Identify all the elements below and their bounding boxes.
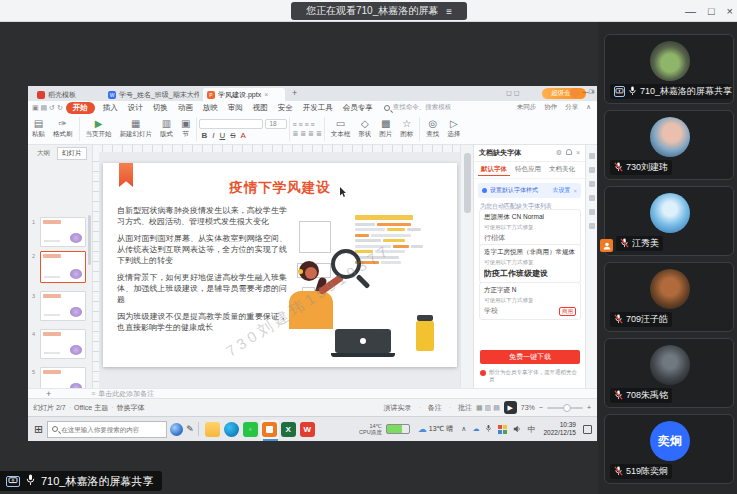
format-painter-button[interactable]: ✑格式刷 <box>49 119 77 139</box>
comments-toggle[interactable]: 批注 <box>458 403 472 413</box>
banner-menu-icon[interactable]: ≡ <box>446 6 452 17</box>
menu-member[interactable]: 会员专享 <box>338 103 378 113</box>
participant-tile[interactable]: 710_林嘉洛的屏幕共享 <box>604 34 734 104</box>
banner-close-icon[interactable]: × <box>573 188 577 194</box>
doc-tab-active[interactable]: P 学风建设.pptx × <box>203 88 285 101</box>
picture-button[interactable]: ▩图片 <box>375 119 396 139</box>
shape-button[interactable]: ◇形状 <box>354 119 375 139</box>
menu-animation[interactable]: 动画 <box>173 103 198 113</box>
menu-slideshow[interactable]: 放映 <box>198 103 223 113</box>
active-app-meeting[interactable] <box>260 420 279 439</box>
collaborate-button[interactable]: 协作 <box>544 103 557 112</box>
slide-thumbnail[interactable] <box>40 329 86 359</box>
paragraph-list-icons[interactable]: ≣ ≣ ≣ ≣ <box>292 130 321 138</box>
collapse-ribbon-icon[interactable]: ∧ <box>586 103 591 112</box>
pane-tab-default-font[interactable]: 默认字体 <box>478 164 510 176</box>
quick-access-icons[interactable]: ▣ ▤ ↺ ↻ <box>32 104 63 112</box>
underline-button[interactable]: U <box>217 131 227 140</box>
sync-status-button[interactable]: 未同步 <box>517 103 537 112</box>
menu-home[interactable]: 开始 <box>66 102 95 114</box>
rec-button[interactable]: 演讲实录 <box>383 403 411 413</box>
menu-view[interactable]: 视图 <box>248 103 273 113</box>
new-tab-button[interactable]: + <box>292 88 297 98</box>
cloud-sync-icon[interactable]: ☁ <box>472 425 479 433</box>
pane-tab-beautify[interactable]: 文档美化 <box>546 164 578 176</box>
notes-bar[interactable]: + ≡ 单击此处添加备注 <box>28 388 597 398</box>
bell-icon[interactable] <box>566 149 572 155</box>
wechat-icon[interactable]: ◦ <box>243 422 258 437</box>
window-layout-icons[interactable]: ◻ ◻ <box>506 89 520 97</box>
ime-indicator[interactable]: 中 <box>527 424 535 435</box>
participant-tile[interactable]: 709汪子皓 <box>604 262 734 332</box>
wps-close-button[interactable]: × <box>591 88 595 95</box>
excel-icon[interactable]: X <box>281 422 296 437</box>
participant-tile[interactable]: 江秀美 <box>604 186 734 256</box>
missing-font-card[interactable]: 方正字迹 N 可使用以下方式修复 学校 商用 <box>479 282 581 320</box>
pen-app-icon[interactable]: ✎ <box>186 424 194 434</box>
italic-button[interactable]: I <box>210 131 216 140</box>
taskbar-search[interactable] <box>47 421 167 438</box>
play-slideshow-button[interactable]: ▶ <box>504 401 517 414</box>
slide-thumbnail[interactable] <box>40 291 86 321</box>
missing-font-card[interactable]: 造字工房悦黑（非商用）常规体 可使用以下方式修复 防疫工作班级建设 <box>479 244 581 283</box>
thumbnail-scrollbar[interactable] <box>88 215 91 265</box>
gear-icon[interactable]: ⚙ <box>556 149 562 157</box>
zoom-in-button[interactable]: + <box>587 404 591 411</box>
participant-tile[interactable]: 708朱禹铭 <box>604 338 734 408</box>
theme-name[interactable]: Office 主题 <box>74 403 108 413</box>
download-fonts-button[interactable]: 免费一键下载 <box>480 350 580 364</box>
play-from-current-button[interactable]: ▶当页开始 <box>82 119 116 139</box>
slide[interactable]: 疫情下学风建设 自新型冠状病毒肺炎疫情发生以来，高校学生学习方式、校园活动、管理… <box>103 163 457 367</box>
share-button[interactable]: 分享 <box>565 103 578 112</box>
add-slide-button[interactable]: + <box>46 389 51 399</box>
canvas-scrollbar[interactable] <box>460 145 473 388</box>
font-size-select[interactable]: 18 <box>265 119 287 129</box>
user-avatar[interactable] <box>570 88 580 98</box>
tab-outline[interactable]: 大纲 <box>32 147 55 160</box>
replace-font-button[interactable]: 替换字体 <box>116 403 144 413</box>
notification-center-icon[interactable] <box>583 425 592 434</box>
notes-placeholder[interactable]: 单击此处添加备注 <box>98 389 154 399</box>
menu-review[interactable]: 审阅 <box>223 103 248 113</box>
volume-icon[interactable] <box>513 425 521 434</box>
tray-mic-icon[interactable] <box>485 424 492 434</box>
color-grid-icon[interactable] <box>498 425 507 434</box>
tab-close-icon[interactable]: × <box>264 91 268 98</box>
bold-button[interactable]: B <box>199 131 209 140</box>
taskview-icon[interactable] <box>170 423 183 436</box>
maximize-button[interactable]: □ <box>708 5 715 17</box>
notes-toggle[interactable]: 备注 <box>428 403 442 413</box>
paste-button[interactable]: ▤粘贴 <box>28 119 49 139</box>
textbox-button[interactable]: ▭文本框 <box>327 119 355 139</box>
doc-tab-docer[interactable]: 稻壳模板 <box>33 88 99 101</box>
missing-font-card[interactable]: 思源黑体 CN Normal 可使用以下方式修复 行楷体 <box>479 209 581 247</box>
wps-icon[interactable]: W <box>300 422 315 437</box>
pane-close-icon[interactable]: × <box>576 149 580 157</box>
find-button[interactable]: ◎查找 <box>422 119 443 139</box>
command-search[interactable]: 查找命令、搜索模板 <box>384 103 452 112</box>
paragraph-align-icons[interactable]: ≡ ≡ ≡ ≡ <box>292 121 321 128</box>
participant-tile[interactable]: 730刘建玮 <box>604 110 734 180</box>
slide-thumbnail-selected[interactable] <box>40 251 86 283</box>
font-color-button[interactable]: A <box>239 131 248 140</box>
menu-transition[interactable]: 切换 <box>148 103 173 113</box>
weather-text[interactable]: 13℃ 晴 <box>429 424 454 434</box>
strikethrough-button[interactable]: S <box>228 131 237 140</box>
participant-tile[interactable]: 奕炯 519陈奕炯 <box>604 414 734 484</box>
view-mode-icons[interactable]: ▦ ▥ ▤ <box>476 404 500 412</box>
menu-design[interactable]: 设计 <box>123 103 148 113</box>
new-slide-button[interactable]: ▦新建幻灯片 <box>116 119 157 139</box>
minimize-button[interactable]: — <box>685 5 696 17</box>
pane-tab-featured[interactable]: 特色应用 <box>512 164 544 176</box>
taskbar-search-input[interactable] <box>61 426 161 433</box>
font-family-select[interactable] <box>199 119 263 129</box>
zoom-slider[interactable] <box>547 407 583 409</box>
sidebar-icon-strip[interactable] <box>585 145 597 388</box>
section-button[interactable]: ▣节 <box>177 119 194 139</box>
start-button[interactable]: ⊞ <box>34 423 43 436</box>
taskbar-clock[interactable]: 10:392022/12/15 <box>543 421 576 437</box>
edge-browser-icon[interactable] <box>224 422 239 437</box>
banner-action-link[interactable]: 去设置 <box>552 186 570 195</box>
doc-tab-homework[interactable]: W 学号_姓名_班级_期末大作业 <box>104 88 199 101</box>
zoom-out-button[interactable]: − <box>539 404 543 411</box>
